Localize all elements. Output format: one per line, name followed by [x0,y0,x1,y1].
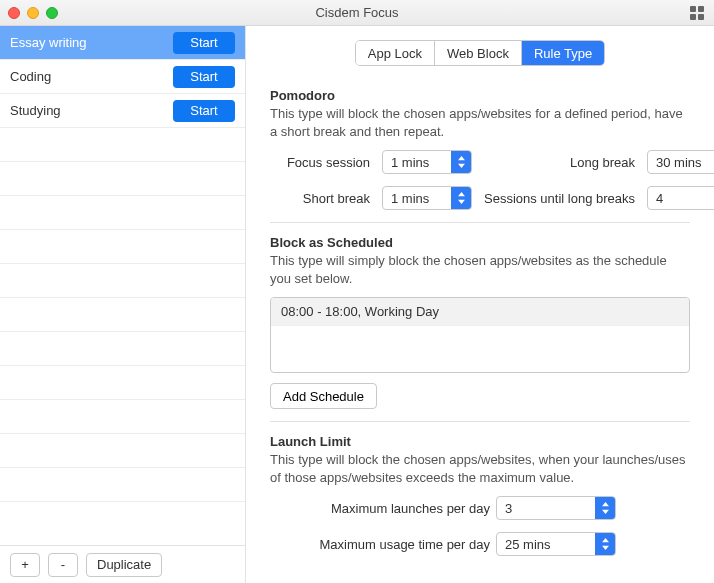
list-item-label: Studying [10,103,61,118]
select-value: 3 [497,497,595,519]
max-usage-select[interactable]: 25 mins [496,532,616,556]
select-value: 30 mins [648,151,714,173]
grip-icon[interactable] [690,6,704,20]
list-item-label: Essay writing [10,35,87,50]
chevron-updown-icon [595,497,615,519]
short-break-label: Short break [270,191,370,206]
max-launches-select[interactable]: 3 [496,496,616,520]
start-button[interactable]: Start [173,66,235,88]
section-heading: Launch Limit [270,434,690,449]
schedule-item[interactable]: 08:00 - 18:00, Working Day [271,298,689,326]
tab-rule-type[interactable]: Rule Type [522,41,604,65]
max-usage-label: Maximum usage time per day [270,537,490,552]
chevron-updown-icon [595,533,615,555]
start-button[interactable]: Start [173,32,235,54]
sidebar: Essay writing Start Coding Start Studyin… [0,26,246,583]
list-item[interactable]: Coding Start [0,60,245,94]
section-desc: This type will simply block the chosen a… [270,252,690,287]
section-launch-limit: Launch Limit This type will block the ch… [270,421,690,568]
select-value: 25 mins [497,533,595,555]
focus-select[interactable]: 1 mins [382,150,472,174]
duplicate-button[interactable]: Duplicate [86,553,162,577]
short-break-select[interactable]: 1 mins [382,186,472,210]
content: App Lock Web Block Rule Type Pomodoro Th… [246,26,714,583]
tab-app-lock[interactable]: App Lock [356,41,435,65]
section-heading: Pomodoro [270,88,690,103]
focus-label: Focus session [270,155,370,170]
tab-web-block[interactable]: Web Block [435,41,522,65]
select-value: 1 mins [383,187,451,209]
list-item[interactable]: Essay writing Start [0,26,245,60]
section-scheduled: Block as Scheduled This type will simply… [270,222,690,421]
start-button[interactable]: Start [173,100,235,122]
section-pomodoro: Pomodoro This type will block the chosen… [270,84,690,222]
window-title: Cisdem Focus [0,5,714,20]
add-schedule-button[interactable]: Add Schedule [270,383,377,409]
rule-list: Essay writing Start Coding Start Studyin… [0,26,245,545]
sessions-until-select[interactable]: 4 [647,186,714,210]
select-value: 4 [648,187,714,209]
sidebar-footer: + - Duplicate [0,545,245,583]
tab-bar: App Lock Web Block Rule Type [270,40,690,66]
window-controls [8,7,58,19]
section-desc: This type will block the chosen apps/web… [270,105,690,140]
remove-button[interactable]: - [48,553,78,577]
chevron-updown-icon [451,151,471,173]
section-heading: Block as Scheduled [270,235,690,250]
long-break-label: Long break [484,155,635,170]
add-button[interactable]: + [10,553,40,577]
max-launches-label: Maximum launches per day [270,501,490,516]
long-break-select[interactable]: 30 mins [647,150,714,174]
minimize-icon[interactable] [27,7,39,19]
sessions-until-label: Sessions until long breaks [484,191,635,206]
titlebar: Cisdem Focus [0,0,714,26]
list-item-label: Coding [10,69,51,84]
maximize-icon[interactable] [46,7,58,19]
section-desc: This type will block the chosen apps/web… [270,451,690,486]
list-item[interactable]: Studying Start [0,94,245,128]
close-icon[interactable] [8,7,20,19]
chevron-updown-icon [451,187,471,209]
schedule-list[interactable]: 08:00 - 18:00, Working Day [270,297,690,373]
select-value: 1 mins [383,151,451,173]
